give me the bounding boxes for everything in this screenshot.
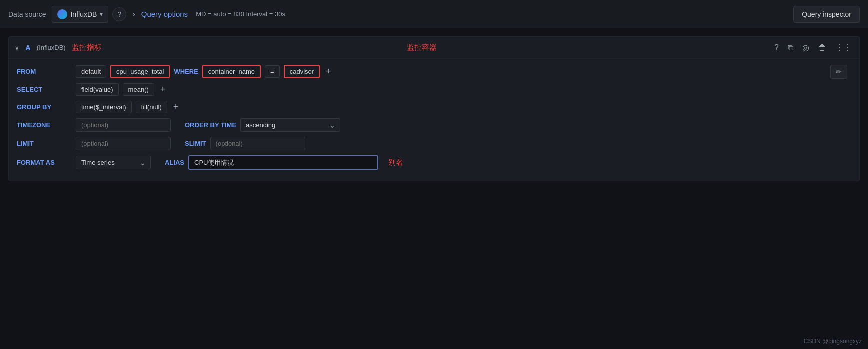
datasource-button[interactable]: InfluxDB ▾ xyxy=(52,6,108,23)
annotation3-label: 别名 xyxy=(388,158,403,167)
collapse-arrow-icon[interactable]: ∨ xyxy=(15,44,19,51)
limit-label: LIMIT xyxy=(17,140,72,147)
select-label: SELECT xyxy=(17,86,72,93)
orderby-select-wrap: ascending descending xyxy=(240,118,340,132)
watermark: CSDN @qingsongxyz xyxy=(804,338,862,345)
query-letter: A xyxy=(25,43,31,52)
select-func[interactable]: mean() xyxy=(123,83,154,96)
format-select-wrap: Time series Table xyxy=(76,156,151,169)
groupby-plus-button[interactable]: + xyxy=(171,102,181,112)
query-inspector-button[interactable]: Query inspector xyxy=(793,6,860,23)
where-value[interactable]: cadvisor xyxy=(284,65,320,78)
query-datasource: (InfluxDB) xyxy=(37,44,66,51)
query-body: FROM default cpu_usage_total WHERE conta… xyxy=(9,59,859,181)
datasource-name: InfluxDB xyxy=(70,10,97,18)
chevron-down-icon: ▾ xyxy=(100,11,103,18)
help-button[interactable]: ? xyxy=(112,7,126,21)
slimit-label: SLIMIT xyxy=(185,140,206,147)
main-content: ∨ A (InfluxDB) 监控指标 监控容器 ? ⧉ ◎ 🗑 ⋮⋮ FROM… xyxy=(0,28,868,189)
where-op: = xyxy=(265,65,280,78)
groupby-time[interactable]: time($_interval) xyxy=(76,101,132,113)
panel-trash-button[interactable]: 🗑 xyxy=(816,42,828,53)
timezone-input[interactable] xyxy=(76,118,171,132)
panel-header-actions: ? ⧉ ◎ 🗑 ⋮⋮ xyxy=(772,42,853,53)
edit-pen-button[interactable]: ✏ xyxy=(830,65,847,79)
help-icon: ? xyxy=(118,10,122,18)
orderby-label: ORDER BY TIME xyxy=(185,121,236,129)
influxdb-icon xyxy=(57,9,67,19)
arrow-right-icon: › xyxy=(132,10,135,19)
alias-input[interactable] xyxy=(188,155,378,170)
annotation1-label: 监控指标 xyxy=(72,43,102,52)
annotation2-label: 监控容器 xyxy=(407,43,437,52)
groupby-label: GROUP BY xyxy=(17,103,72,111)
panel-more-button[interactable]: ⋮⋮ xyxy=(833,42,853,53)
timezone-orderby-row: TIMEZONE ORDER BY TIME ascending descend… xyxy=(17,118,851,132)
where-keyword: WHERE xyxy=(174,68,198,75)
orderby-select[interactable]: ascending descending xyxy=(240,118,340,132)
top-bar: Data source InfluxDB ▾ ? › Query options… xyxy=(0,0,868,28)
where-field[interactable]: container_name xyxy=(202,65,261,78)
select-row: SELECT field(value) mean() + xyxy=(17,83,851,96)
select-plus-button[interactable]: + xyxy=(158,84,168,95)
panel-help-button[interactable]: ? xyxy=(772,42,781,53)
query-options-meta: MD = auto = 830 Interval = 30s xyxy=(196,10,285,18)
from-label: FROM xyxy=(17,68,72,75)
groupby-row: GROUP BY time($_interval) fill(null) + xyxy=(17,101,851,113)
where-plus-button[interactable]: + xyxy=(324,66,333,77)
select-field[interactable]: field(value) xyxy=(76,83,119,96)
query-panel-header: ∨ A (InfluxDB) 监控指标 监控容器 ? ⧉ ◎ 🗑 ⋮⋮ xyxy=(9,37,859,59)
format-label: FORMAT AS xyxy=(17,159,72,166)
format-select[interactable]: Time series Table xyxy=(76,156,151,169)
limit-slimit-row: LIMIT SLIMIT xyxy=(17,137,851,150)
query-panel: ∨ A (InfluxDB) 监控指标 监控容器 ? ⧉ ◎ 🗑 ⋮⋮ FROM… xyxy=(8,36,860,181)
panel-duplicate-button[interactable]: ⧉ xyxy=(786,42,795,53)
groupby-fill[interactable]: fill(null) xyxy=(136,101,167,113)
format-alias-row: FORMAT AS Time series Table ALIAS 别名 xyxy=(17,155,851,170)
datasource-label: Data source xyxy=(8,10,46,18)
alias-label: ALIAS xyxy=(165,159,184,166)
timezone-label: TIMEZONE xyxy=(17,121,72,129)
from-default[interactable]: default xyxy=(76,65,106,78)
from-measurement[interactable]: cpu_usage_total xyxy=(110,65,170,78)
query-options-label[interactable]: Query options xyxy=(141,10,188,18)
from-row: FROM default cpu_usage_total WHERE conta… xyxy=(17,65,851,78)
limit-input[interactable] xyxy=(76,137,171,150)
slimit-input[interactable] xyxy=(210,137,305,150)
panel-eye-button[interactable]: ◎ xyxy=(800,42,811,53)
